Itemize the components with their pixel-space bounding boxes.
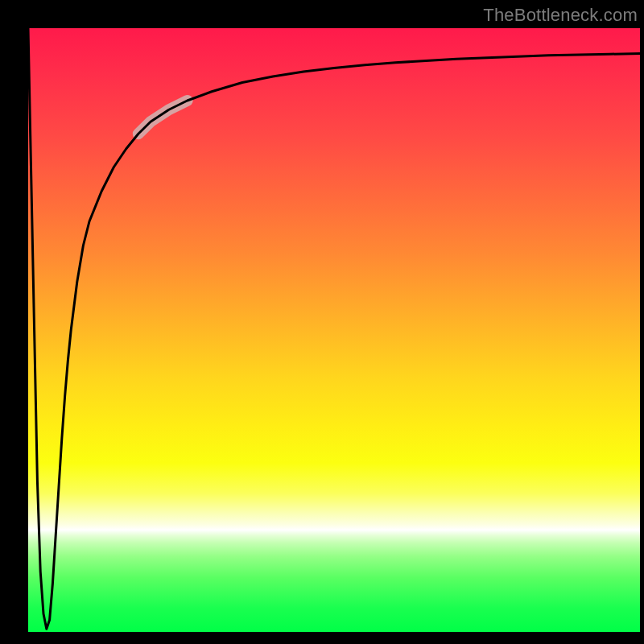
attribution-text: TheBottleneck.com [483,5,638,26]
chart-frame: TheBottleneck.com [0,0,644,644]
curve-layer [0,0,644,644]
curve-highlight [138,101,188,134]
bottleneck-curve [28,28,640,629]
